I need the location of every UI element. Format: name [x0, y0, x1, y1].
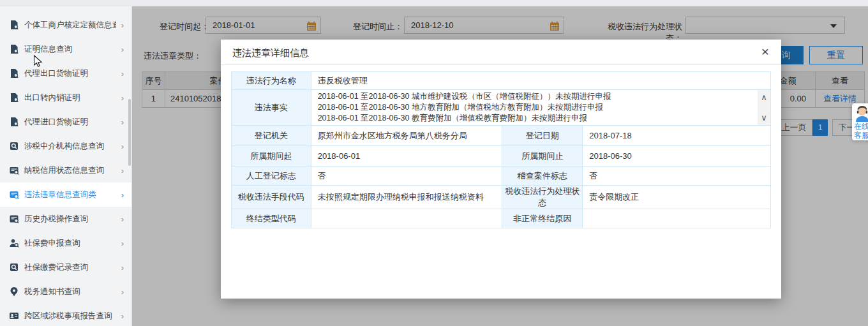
box-search-icon: [9, 262, 19, 272]
end-type-label: 终结类型代码: [232, 209, 311, 228]
doc-search-icon: [9, 20, 19, 30]
person-search-icon: [9, 238, 19, 248]
chevron-right-icon: ›: [121, 166, 124, 175]
doc-search-icon: [9, 68, 19, 78]
chevron-right-icon: ›: [121, 93, 124, 103]
chevron-right-icon: ›: [121, 263, 124, 272]
sidebar-item-label: 社保费申报查询: [24, 238, 80, 249]
sidebar-item-cross-region-tax-report-query[interactable]: 跨区域涉税事项报告查询 ›: [0, 304, 131, 326]
end-type-value: [311, 209, 502, 228]
sidebar-item-label: 个体工商户核定定额信息查询: [24, 20, 116, 31]
method-code-value: 未按照规定期限办理纳税申报和报送纳税资料: [311, 186, 502, 209]
sidebar-item-label: 代理出口货物证明: [24, 68, 88, 79]
sidebar-item-individual-quota-query[interactable]: 个体工商户核定定额信息查询 ›: [0, 13, 131, 37]
sidebar-item-social-insurance-payment-query[interactable]: 社保缴费记录查询 ›: [0, 255, 131, 279]
sidebar-item-label: 出口转内销证明: [24, 93, 80, 103]
online-service-widget[interactable]: 在线 客服: [852, 103, 868, 140]
audit-flag-value: 否: [583, 167, 771, 186]
sidebar-item-violation-info-query[interactable]: 违法违章信息查询类 ›: [0, 182, 131, 207]
sidebar-item-tax-intermediary-query[interactable]: 涉税中介机构信息查询 ›: [0, 134, 131, 158]
doc-search-icon: [9, 117, 19, 127]
abnormal-reason-label: 非正常终结原因: [502, 209, 583, 228]
card-search-icon: [9, 165, 19, 175]
facts-line: 2018-06-01 至2018-06-30 地方教育附加（增值税地方教育附加）…: [318, 102, 754, 113]
sidebar-item-label: 跨区域涉税事项报告查询: [24, 311, 112, 322]
modal-title: 违法违章详细信息: [232, 47, 309, 59]
violation-detail-table: 违法行为名称 违反税收管理 违法事实 2018-06-01 至2018-06-3…: [231, 71, 771, 228]
period-start-value: 2018-06-01: [311, 146, 502, 167]
reg-org-value: 原郑州市金水区地方税务局第八税务分局: [311, 126, 502, 146]
detail-row: 人工登记标志 否 稽查案件标志 否: [232, 167, 771, 186]
id-card-icon: [9, 311, 19, 321]
modal-header: 违法违章详细信息 ×: [221, 40, 781, 65]
sidebar-item-label: 税务通知书查询: [24, 286, 80, 297]
sidebar-item-social-insurance-declare-query[interactable]: 社保费申报查询 ›: [0, 231, 131, 255]
period-end-label: 所属期间止: [502, 146, 583, 167]
method-code-label: 税收违法手段代码: [232, 186, 311, 209]
chevron-right-icon: ›: [121, 190, 124, 200]
chevron-right-icon: ›: [121, 311, 124, 321]
sidebar: 个体工商户核定定额信息查询 › 证明信息查询 › 代理出口货物证明 › 出口转内…: [0, 6, 132, 326]
detail-row: 登记机关 原郑州市金水区地方税务局第八税务分局 登记日期 2018-07-18: [232, 126, 771, 146]
scroll-up-icon[interactable]: ∧: [760, 93, 768, 102]
service-label-line1: 在线: [854, 122, 868, 131]
reg-date-label: 登记日期: [502, 126, 583, 146]
chevron-right-icon: ›: [121, 239, 124, 248]
sidebar-item-tax-notice-query[interactable]: 税务通知书查询 ›: [0, 279, 131, 304]
chevron-right-icon: ›: [121, 20, 124, 30]
manual-flag-label: 人工登记标志: [232, 167, 311, 186]
sidebar-item-label: 历史办税操作查询: [24, 214, 88, 225]
card-search-icon: [9, 214, 19, 224]
card-search-icon: [9, 189, 19, 200]
reg-org-label: 登记机关: [232, 126, 311, 146]
process-status-label: 税收违法行为处理状态: [502, 186, 583, 209]
chevron-right-icon: ›: [121, 287, 124, 297]
top-band: [0, 0, 868, 6]
detail-row: 所属期间起 2018-06-01 所属期间止 2018-06-30: [232, 146, 771, 167]
sidebar-item-label: 纳税信用状态信息查询: [24, 165, 104, 176]
box-search-icon: [9, 141, 19, 151]
chevron-right-icon: ›: [121, 69, 124, 78]
facts-label: 违法事实: [232, 90, 311, 126]
service-label-line2: 客服: [854, 131, 868, 140]
violation-detail-modal: 违法违章详细信息 × 违法行为名称 违反税收管理 违法事实 2018-06-01…: [221, 40, 781, 299]
facts-line: 2018-06-01 至2018-06-30 教育费附加（增值税教育费附加）未按…: [318, 113, 754, 124]
sidebar-item-history-tax-operation-query[interactable]: 历史办税操作查询 ›: [0, 207, 131, 231]
chevron-right-icon: ›: [121, 142, 124, 151]
detail-row: 违法行为名称 违反税收管理: [232, 72, 771, 90]
sidebar-item-certificate-info-query[interactable]: 证明信息查询 ›: [0, 37, 131, 61]
abnormal-reason-value: [583, 209, 771, 228]
detail-row: 税收违法手段代码 未按照规定期限办理纳税申报和报送纳税资料 税收违法行为处理状态…: [232, 186, 771, 209]
sidebar-item-tax-credit-status-query[interactable]: 纳税信用状态信息查询 ›: [0, 158, 131, 182]
sidebar-item-label: 代理进口货物证明: [24, 117, 88, 128]
sidebar-item-agent-export-cert[interactable]: 代理出口货物证明 ›: [0, 61, 131, 85]
audit-flag-label: 稽查案件标志: [502, 167, 583, 186]
chevron-right-icon: ›: [121, 45, 124, 54]
sidebar-item-label: 涉税中介机构信息查询: [24, 141, 104, 152]
period-start-label: 所属期间起: [232, 146, 311, 167]
period-end-value: 2018-06-30: [583, 146, 771, 167]
violation-name-label: 违法行为名称: [232, 72, 311, 90]
sidebar-item-label: 违法违章信息查询类: [24, 189, 96, 200]
agent-avatar-icon: [854, 105, 868, 122]
sidebar-item-agent-import-cert[interactable]: 代理进口货物证明 ›: [0, 110, 131, 134]
detail-row: 终结类型代码 非正常终结原因: [232, 209, 771, 228]
sidebar-item-label: 社保缴费记录查询: [24, 262, 88, 273]
chevron-right-icon: ›: [121, 117, 124, 127]
sidebar-item-export-to-domestic-cert[interactable]: 出口转内销证明 ›: [0, 85, 131, 110]
manual-flag-value: 否: [311, 167, 502, 186]
reg-date-value: 2018-07-18: [583, 126, 771, 146]
chevron-right-icon: ›: [121, 214, 124, 224]
sidebar-item-label: 证明信息查询: [24, 44, 72, 55]
sidebar-scrollbar[interactable]: [128, 99, 131, 166]
facts-scrollbar[interactable]: ∧ ∨: [758, 90, 770, 125]
mouse-cursor: [33, 55, 43, 68]
app-window: 个体工商户核定定额信息查询 › 证明信息查询 › 代理出口货物证明 › 出口转内…: [0, 0, 868, 326]
scroll-down-icon[interactable]: ∨: [760, 113, 768, 122]
process-status-value: 责令限期改正: [583, 186, 771, 209]
close-icon[interactable]: ×: [757, 43, 774, 60]
detail-row: 违法事实 2018-06-01 至2018-06-30 城市维护建设税（市区（增…: [232, 90, 771, 126]
facts-value: 2018-06-01 至2018-06-30 城市维护建设税（市区（增值税附征）…: [311, 90, 770, 126]
doc-search-icon: [9, 93, 19, 103]
facts-line: 2018-06-01 至2018-06-30 城市维护建设税（市区（增值税附征）…: [318, 91, 754, 102]
